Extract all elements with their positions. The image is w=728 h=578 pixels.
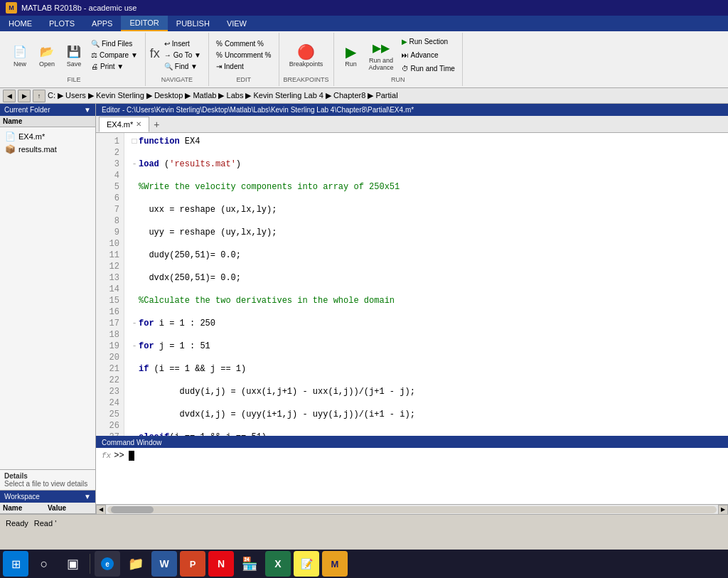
ribbon-btn-new[interactable]: 📄 New — [7, 41, 33, 70]
search-button[interactable]: ○ — [31, 551, 57, 577]
tab-ex4-close[interactable]: ✕ — [136, 120, 141, 128]
ribbon-btn-print[interactable]: 🖨 Print ▼ — [88, 61, 141, 72]
ribbon-btn-goto[interactable]: → Go To ▼ — [161, 50, 204, 60]
powerpoint-button[interactable]: P — [180, 551, 205, 577]
workspace-cols: Name Value — [0, 503, 95, 514]
code-content[interactable]: □function EX4 - load ('results.mat') %Wr… — [124, 133, 728, 436]
ribbon-btn-run-advance[interactable]: ▶▶ Run andAdvance — [365, 38, 397, 73]
menu-plots[interactable]: PLOTS — [41, 16, 83, 31]
cmd-content[interactable]: fx >> — [96, 448, 728, 504]
sidebar-toggle[interactable]: ▼ — [84, 106, 91, 114]
taskbar-sep-1 — [90, 554, 90, 574]
status-bar: Ready Read ' — [0, 514, 728, 531]
cmd-cursor — [129, 451, 134, 461]
ribbon-btn-find[interactable]: 🔍 Find ▼ — [161, 61, 204, 72]
ribbon-btn-run[interactable]: ▶ Run — [338, 41, 364, 70]
addr-back[interactable]: ◀ — [3, 90, 16, 102]
ribbon-btn-open[interactable]: 📂 Open — [34, 41, 60, 70]
details-value[interactable]: Select a file to view details — [4, 480, 91, 488]
details-label: Details — [4, 472, 91, 480]
fold-11 — [130, 363, 139, 375]
menu-view[interactable]: VIEW — [218, 16, 255, 31]
ribbon-btn-insert[interactable]: ↩ Insert — [161, 38, 204, 49]
netflix-button[interactable]: N — [208, 551, 234, 577]
tabs-bar: EX4.m* ✕ + — [96, 116, 728, 133]
ribbon-btn-uncomment[interactable]: % Uncomment % — [213, 50, 274, 60]
scroll-left[interactable]: ◀ — [96, 505, 106, 515]
run-time-icon: ⏱ — [402, 65, 409, 73]
add-tab-button[interactable]: + — [151, 119, 162, 130]
breakpoints-icon: 🔴 — [298, 43, 315, 60]
cmd-prompt: fx >> — [102, 451, 722, 461]
store-button[interactable]: 🏪 — [237, 551, 262, 577]
menu-home[interactable]: HOME — [0, 16, 41, 31]
excel-button[interactable]: X — [265, 551, 291, 577]
compare-icon: ⚖ — [91, 51, 97, 59]
ribbon-btn-breakpoints[interactable]: 🔴 Breakpoints — [286, 41, 327, 70]
fold-9[interactable]: - — [130, 318, 139, 329]
file-group-label: FILE — [67, 75, 80, 83]
ribbon: 📄 New 📂 Open 💾 Save 🔍 Find Files ⚖ Compa… — [0, 31, 728, 88]
scroll-right[interactable]: ▶ — [718, 505, 728, 515]
save-icon: 💾 — [65, 43, 82, 60]
indent-label: Indent — [224, 63, 244, 70]
scroll-thumb[interactable] — [111, 506, 154, 513]
start-button[interactable]: ⊞ — [3, 551, 28, 577]
file-list: 📄 EX4.m* 📦 results.mat — [0, 127, 95, 469]
svg-text:e: e — [105, 560, 109, 568]
fold-1[interactable]: □ — [130, 136, 139, 147]
uncomment-label: Uncomment % — [225, 51, 272, 59]
print-icon: 🖨 — [91, 63, 98, 70]
fold-10[interactable]: - — [130, 341, 139, 352]
file-item-results[interactable]: 📦 results.mat — [3, 143, 92, 156]
ribbon-btn-advance[interactable]: ⏭ Advance — [399, 50, 458, 60]
ribbon-btn-compare[interactable]: ⚖ Compare ▼ — [88, 50, 141, 60]
fold-8 — [130, 295, 139, 306]
cmd-title-text: Command Window — [102, 439, 161, 446]
fold-13 — [130, 409, 139, 420]
cmd-fx-icon: fx — [102, 451, 111, 460]
menu-publish[interactable]: PUBLISH — [168, 16, 218, 31]
addr-forward[interactable]: ▶ — [18, 90, 31, 102]
title-bar: M MATLAB R2018b - academic use — [0, 0, 728, 16]
fx-icon: fx — [150, 46, 160, 61]
ribbon-btn-find-files[interactable]: 🔍 Find Files — [88, 38, 141, 49]
tab-ex4-label: EX4.m* — [107, 120, 133, 129]
run-time-label: Run and Time — [411, 65, 455, 73]
workspace-toggle[interactable]: ▼ — [84, 493, 91, 501]
ribbon-btn-run-time[interactable]: ⏱ Run and Time — [399, 63, 458, 74]
insert-icon: ↩ — [164, 40, 170, 48]
task-view-button[interactable]: ▣ — [60, 551, 85, 577]
results-file-name: results.mat — [18, 145, 57, 154]
sidebar-title: Current Folder — [4, 106, 50, 114]
sticky-notes-button[interactable]: 📝 — [294, 551, 319, 577]
breadcrumb: C: ▶ Users ▶ Kevin Sterling ▶ Desktop ▶ … — [48, 91, 398, 100]
word-button[interactable]: W — [151, 551, 177, 577]
advance-icon: ⏭ — [402, 51, 409, 59]
menu-apps[interactable]: APPS — [83, 16, 121, 31]
ribbon-btn-run-section[interactable]: ▶ Run Section — [399, 36, 458, 47]
file-item-ex4[interactable]: 📄 EX4.m* — [3, 130, 92, 143]
run-icon: ▶ — [343, 43, 360, 60]
ribbon-btn-save[interactable]: 💾 Save — [61, 41, 87, 70]
title-text: MATLAB R2018b - academic use — [21, 4, 136, 12]
ribbon-btn-comment[interactable]: % Comment % — [213, 38, 274, 49]
menu-editor[interactable]: EDITOR — [121, 16, 167, 31]
matlab-taskbar-button[interactable]: M — [322, 551, 348, 577]
code-editor[interactable]: 12345 678910 1112131415 1617181920 21222… — [96, 133, 728, 436]
editor-title-text: Editor - C:\Users\Kevin Sterling\Desktop… — [102, 106, 414, 114]
run-section-label: Run Section — [410, 38, 448, 46]
h-scroll[interactable]: ◀ ▶ — [96, 504, 728, 514]
edge-button[interactable]: e — [95, 551, 120, 577]
explorer-button[interactable]: 📁 — [123, 551, 149, 577]
scroll-track[interactable] — [107, 506, 717, 513]
ribbon-btn-indent[interactable]: ⇥ Indent — [213, 61, 274, 72]
find-files-icon: 🔍 — [91, 40, 100, 48]
ribbon-group-breakpoints: 🔴 Breakpoints BREAKPOINTS — [279, 33, 334, 86]
fold-2[interactable]: - — [130, 159, 139, 170]
tab-ex4[interactable]: EX4.m* ✕ — [99, 117, 149, 132]
sidebar-header: Current Folder ▼ — [0, 104, 95, 116]
breakpoints-group-label: BREAKPOINTS — [284, 75, 329, 83]
menu-bar: HOME PLOTS APPS EDITOR PUBLISH VIEW — [0, 16, 728, 31]
addr-up[interactable]: ↑ — [33, 90, 46, 102]
